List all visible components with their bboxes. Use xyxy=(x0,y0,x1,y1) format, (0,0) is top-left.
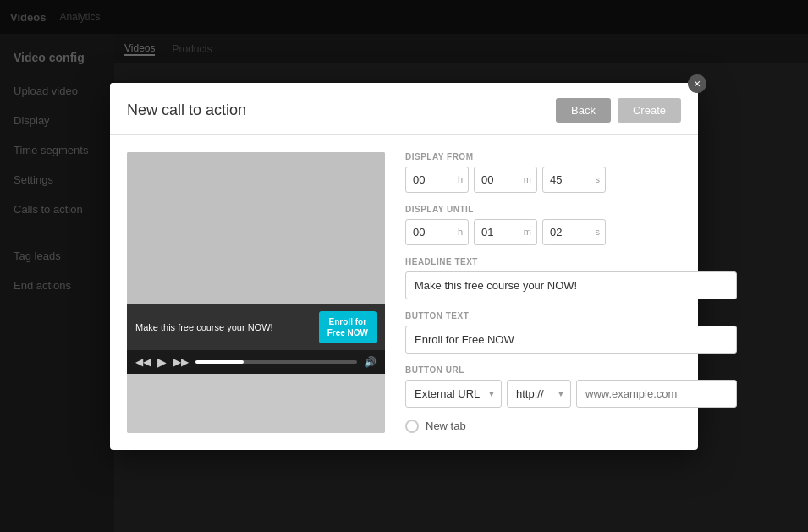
video-preview: Make this free course your NOW! Enroll f… xyxy=(127,152,385,433)
video-thumbnail xyxy=(127,152,385,304)
headline-text-group: HEADLINE TEXT xyxy=(405,257,737,299)
until-hours-unit: h xyxy=(458,227,463,237)
new-tab-row: New tab xyxy=(405,420,737,433)
button-text-group: BUTTON TEXT xyxy=(405,311,737,354)
display-from-label: DISPLAY FROM xyxy=(405,152,737,162)
display-from-group: DISPLAY FROM h m xyxy=(405,152,737,193)
display-until-group: DISPLAY UNTIL h m xyxy=(405,205,737,245)
headline-text-input[interactable] xyxy=(405,271,737,299)
close-button[interactable]: × xyxy=(688,74,706,93)
video-controls: ◀◀ ▶ ▶▶ 🔊 xyxy=(127,350,385,374)
video-headline-text: Make this free course your NOW! xyxy=(135,322,273,332)
progress-bar-track[interactable] xyxy=(195,360,357,364)
modal-overlay: × New call to action Back Create Make th… xyxy=(0,0,808,532)
volume-icon[interactable]: 🔊 xyxy=(364,356,377,368)
app-background: Videos Analytics Video config Upload vid… xyxy=(0,0,808,532)
modal: × New call to action Back Create Make th… xyxy=(110,83,698,450)
hours-unit: h xyxy=(458,174,463,184)
enroll-preview-button: Enroll forFree NOW xyxy=(319,311,377,343)
url-protocol-select-wrap: http:// https:// ▼ xyxy=(507,380,571,408)
url-type-select-wrap: External URL Internal URL ▼ xyxy=(405,380,502,408)
button-text-label: BUTTON TEXT xyxy=(405,311,737,321)
new-tab-label: New tab xyxy=(426,420,466,432)
fast-forward-icon[interactable]: ▶▶ xyxy=(173,356,189,368)
seconds-unit: s xyxy=(596,174,601,184)
modal-title: New call to action xyxy=(127,101,246,119)
display-until-label: DISPLAY UNTIL xyxy=(405,205,737,214)
create-button[interactable]: Create xyxy=(618,98,681,123)
display-from-seconds-wrap: s xyxy=(542,167,606,193)
modal-header: New call to action Back Create xyxy=(110,83,698,135)
url-type-select[interactable]: External URL Internal URL xyxy=(405,380,502,408)
back-button[interactable]: Back xyxy=(556,98,611,123)
headline-text-label: HEADLINE TEXT xyxy=(405,257,737,266)
display-from-hours-wrap: h xyxy=(405,167,469,193)
play-icon[interactable]: ▶ xyxy=(157,355,167,369)
minutes-unit: m xyxy=(524,174,531,184)
until-seconds-unit: s xyxy=(596,227,601,237)
until-minutes-unit: m xyxy=(524,227,531,237)
modal-actions: Back Create xyxy=(556,98,681,123)
progress-bar-fill xyxy=(195,360,244,364)
display-from-inputs: h m s xyxy=(405,167,737,193)
button-url-group: BUTTON URL External URL Internal URL ▼ xyxy=(405,365,737,408)
button-text-input[interactable] xyxy=(405,326,737,354)
video-overlay-bar: Make this free course your NOW! Enroll f… xyxy=(127,304,385,350)
display-until-minutes-wrap: m xyxy=(474,219,537,245)
form-section: DISPLAY FROM h m xyxy=(405,152,737,433)
new-tab-radio[interactable] xyxy=(405,420,419,433)
display-until-hours-wrap: h xyxy=(405,219,469,245)
rewind-icon[interactable]: ◀◀ xyxy=(135,356,151,368)
display-until-inputs: h m s xyxy=(405,219,737,245)
display-until-seconds-wrap: s xyxy=(542,219,606,245)
url-row: External URL Internal URL ▼ http:// http… xyxy=(405,380,737,408)
url-input[interactable] xyxy=(576,380,737,408)
url-protocol-select[interactable]: http:// https:// xyxy=(507,380,571,408)
modal-body: Make this free course your NOW! Enroll f… xyxy=(110,135,698,450)
display-from-minutes-wrap: m xyxy=(474,167,537,193)
button-url-label: BUTTON URL xyxy=(405,365,737,375)
